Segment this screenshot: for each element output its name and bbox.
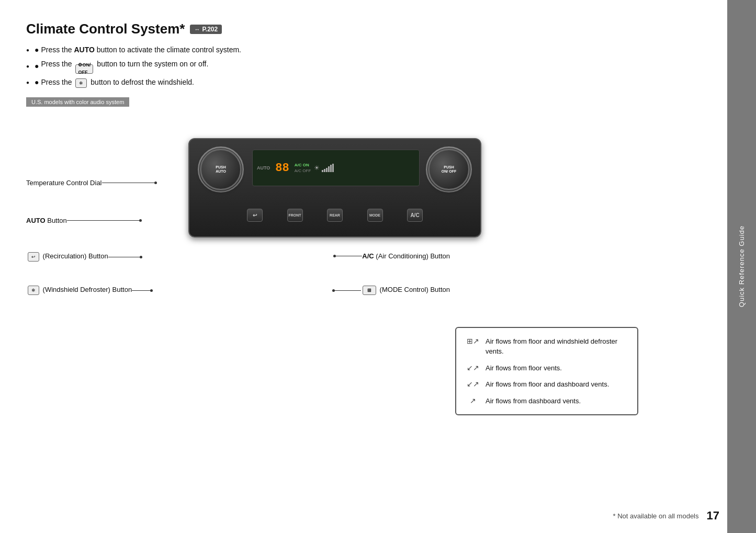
page-title-area: Climate Control System* P.202 — [26, 21, 617, 37]
defrost-btn-line — [132, 290, 150, 291]
sidebar: Quick Reference Guide — [727, 0, 756, 533]
diagram-area: Temperature Control Dial AUTO Button ↩ (… — [26, 122, 638, 415]
panel-body: PUSH AUTO AUTO 88 A/C ON A/C OFF ☀ — [188, 138, 481, 237]
page-number: 17 — [707, 509, 719, 523]
display-temp: 88 — [275, 162, 289, 175]
info-box-row-1: ⊞↗ Air flows from floor and windshield d… — [466, 336, 628, 357]
callout-recirc-btn: ↩ (Recirculation) Button — [26, 252, 142, 262]
recirc-icon: ↩ — [28, 252, 39, 262]
right-dial[interactable]: PUSH ON/ OFF — [428, 149, 470, 190]
info-box-row-2: ↙↗ Air flows from floor vents. — [466, 363, 628, 373]
mode-btn-label: ⊞ (MODE Control) Button — [361, 286, 450, 295]
info-box: ⊞↗ Air flows from floor and windshield d… — [455, 327, 638, 416]
ac-btn-panel[interactable]: A/C — [407, 209, 423, 222]
info-icon-1: ⊞↗ — [466, 337, 480, 345]
defrost-icon-badge: ❄ — [75, 78, 87, 88]
bar-3 — [326, 168, 328, 172]
bullet-dot: ● — [35, 44, 41, 55]
right-dial-circle: PUSH ON/ OFF — [428, 149, 470, 190]
auto-btn-label: AUTO Button — [26, 217, 67, 224]
callout-mode-btn: ⊞ (MODE Control) Button — [332, 286, 450, 295]
info-icon-3: ↙↗ — [466, 380, 480, 388]
display-ac-status: A/C ON A/C OFF — [295, 163, 311, 173]
callout-defrost-btn: ❄ (Windshield Defroster) Button — [26, 286, 153, 295]
recirc-btn-panel[interactable]: ↩ — [247, 209, 263, 222]
control-panel: PUSH AUTO AUTO 88 A/C ON A/C OFF ☀ — [188, 138, 481, 253]
bullet-item-3: ● Press the ❄ button to defrost the wind… — [26, 77, 617, 88]
on-off-icon-badge: ⚙ON/OFF — [75, 64, 93, 74]
section-label: U.S. models with color audio system — [26, 97, 129, 107]
defrost-btn-label: ❄ (Windshield Defroster) Button — [26, 286, 132, 295]
bullet-list: ● Press the AUTO button to activate the … — [26, 44, 617, 88]
bullet-dot: ● — [35, 61, 41, 72]
page-footer: * Not available on all models 17 — [613, 509, 719, 523]
left-dial-circle: PUSH AUTO — [200, 149, 242, 190]
bar-2 — [324, 169, 325, 172]
bar-6 — [332, 164, 334, 172]
temp-dial-label: Temperature Control Dial — [26, 179, 102, 187]
page-title: Climate Control System* — [26, 21, 185, 37]
info-box-row-3: ↙↗ Air flows from floor and dashboard ve… — [466, 379, 628, 390]
auto-bold: AUTO — [74, 46, 94, 54]
footnote: * Not available on all models — [613, 512, 698, 520]
bullet-dot: ● — [35, 77, 41, 88]
sidebar-text: Quick Reference Guide — [738, 225, 746, 307]
display-auto-label: AUTO — [257, 165, 270, 171]
info-text-4: Air flows from dashboard vents. — [486, 396, 581, 406]
info-text-1: Air flows from floor and windshield defr… — [486, 336, 628, 357]
recirc-btn-line — [108, 257, 140, 257]
info-text-3: Air flows from floor and dashboard vents… — [486, 379, 609, 390]
front-btn[interactable]: FRONT — [287, 209, 303, 222]
display-bars — [322, 164, 334, 172]
page-ref-badge: P.202 — [190, 25, 222, 34]
left-dial[interactable]: PUSH AUTO — [200, 149, 242, 190]
rear-btn-label: REAR — [330, 213, 340, 218]
rear-btn[interactable]: REAR — [327, 209, 343, 222]
mode-icon-right: ⊞ — [363, 286, 376, 295]
callout-temp-dial: Temperature Control Dial — [26, 179, 157, 187]
bullet-item-1: ● Press the AUTO button to activate the … — [26, 44, 617, 55]
center-display: AUTO 88 A/C ON A/C OFF ☀ — [252, 150, 420, 186]
display-ac-off: A/C OFF — [295, 168, 311, 173]
display-ac-on: A/C ON — [295, 163, 311, 167]
recirc-btn-dot — [140, 256, 142, 258]
info-icon-4: ↗ — [466, 396, 480, 405]
auto-btn-line — [67, 220, 139, 221]
callout-auto-btn: AUTO Button — [26, 217, 142, 224]
right-dial-text: PUSH ON/ OFF — [442, 165, 456, 174]
callout-ac-btn: A/C (Air Conditioning) Button — [333, 252, 450, 260]
bullet-item-2: ● Press the ⚙ON/OFF button to turn the s… — [26, 59, 617, 74]
left-dial-text: PUSH AUTO — [216, 165, 226, 174]
display-icons: ☀ — [314, 164, 334, 172]
buttons-row: ↩ FRONT REAR MODE A/ — [247, 209, 423, 222]
mode-btn-line — [335, 290, 361, 291]
defrost-icon-left: ❄ — [28, 286, 39, 295]
mode-btn-label: MODE — [369, 213, 380, 218]
ac-btn-label: A/C — [410, 212, 419, 218]
bar-4 — [328, 166, 330, 172]
temp-dial-line — [102, 183, 154, 183]
auto-btn-dot — [139, 219, 142, 222]
fan-display-icon: ☀ — [314, 164, 320, 172]
info-icon-2: ↙↗ — [466, 364, 480, 372]
ac-btn-line — [336, 256, 362, 256]
front-btn-label: FRONT — [288, 213, 301, 218]
recirc-btn-label: ↩ (Recirculation) Button — [26, 252, 108, 262]
defrost-btn-dot — [150, 289, 153, 292]
info-text-2: Air flows from floor vents. — [486, 363, 562, 373]
bar-1 — [322, 170, 323, 172]
mode-btn[interactable]: MODE — [367, 209, 383, 222]
temp-dial-dot — [154, 182, 157, 184]
main-content: Climate Control System* P.202 ● Press th… — [0, 0, 644, 533]
ac-btn-label: A/C (Air Conditioning) Button — [362, 252, 450, 260]
bar-5 — [330, 165, 332, 172]
info-box-row-4: ↗ Air flows from dashboard vents. — [466, 396, 628, 406]
recirc-button-group: ↩ — [247, 209, 263, 222]
